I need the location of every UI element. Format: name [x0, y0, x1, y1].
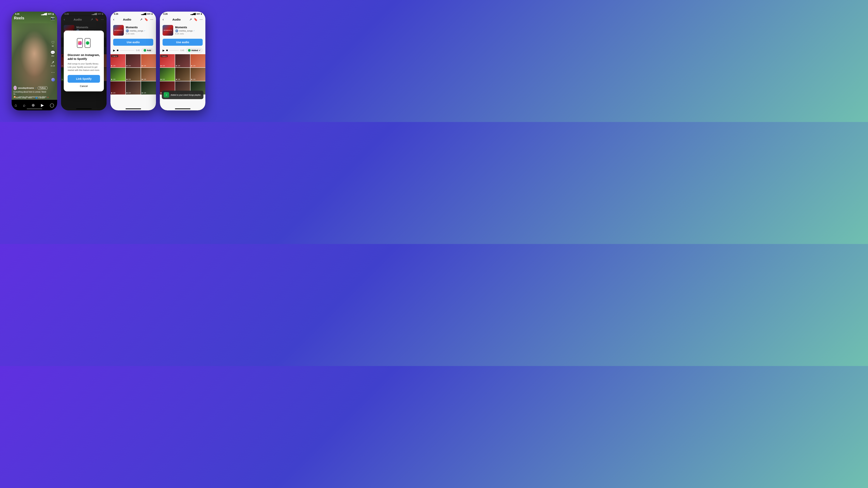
people-icon: 👥	[35, 97, 37, 99]
link-spotify-button[interactable]: Link Spotify	[68, 75, 100, 83]
thumb-count-2: ▶ 12K	[176, 65, 180, 67]
modal-illustration: ···→ ♫	[76, 35, 91, 51]
home-indicator	[175, 108, 190, 109]
audio-header: ‹ Audio ↗ 🔖 ⋯	[160, 16, 206, 23]
battery-icon: ▮	[201, 13, 202, 15]
battery-icon: ▮	[53, 13, 54, 15]
more-icon[interactable]: ⋯	[199, 18, 203, 21]
reels-bottom-info: vasudaydreams ✓ Follow Everything about …	[13, 86, 48, 98]
camera-icon[interactable]: 📷	[51, 16, 55, 20]
bookmark-icon[interactable]: 🔖	[194, 18, 197, 21]
sp-phone-illustration: ♫	[85, 38, 91, 48]
thumb-8[interactable]: ▶ 12K	[126, 81, 141, 95]
like-button[interactable]: ♡ 9K	[51, 40, 55, 47]
nav-add-icon[interactable]: ⊕	[32, 103, 35, 107]
back-button[interactable]: ‹	[162, 18, 164, 22]
progress-track[interactable]	[169, 50, 179, 51]
home-indicator	[126, 108, 141, 109]
thumb-4[interactable]: ▶ 12K	[160, 68, 175, 81]
signal-icon: ▂▄▆█	[141, 13, 146, 15]
thumb-5[interactable]: ▶ 12K	[175, 68, 190, 81]
nav-home-icon[interactable]: ⌂	[15, 103, 17, 107]
thumb-count-3: ▶ 12K	[191, 65, 195, 67]
playback-bar: ▶ 0:45 ♫ Add	[111, 47, 156, 54]
audio-details: Moments mishka_songs ✓ 9.1K reels	[175, 26, 203, 35]
music-disc[interactable]	[51, 78, 55, 82]
instagram-logo-sm	[78, 41, 82, 45]
thumb-3[interactable]: ▶ 12K	[141, 54, 156, 67]
spotify-logo: ♫	[144, 49, 146, 52]
audio-info: moments Moments mishka_songs ✓ 9.1K reel…	[111, 23, 156, 38]
toast-text: Added to your Liked Songs playlist.	[171, 94, 201, 96]
thumb-2[interactable]: ▶ 12K	[126, 54, 141, 67]
add-spotify-button[interactable]: ♫ Add	[142, 48, 153, 53]
wifi-icon: WiFi	[147, 13, 151, 15]
back-button[interactable]: ‹	[113, 18, 114, 22]
cancel-button[interactable]: Cancel	[68, 85, 100, 88]
wifi-icon: WiFi	[196, 13, 200, 15]
expand-icon[interactable]: ↗	[189, 18, 192, 21]
more-icon[interactable]: ⋯	[150, 18, 153, 21]
progress-track[interactable]	[120, 50, 134, 51]
wifi-icon: WiFi	[48, 13, 52, 15]
spotify-logo: ♫	[188, 49, 191, 52]
phone-audio-added: 5:26 ▂▄▆█ WiFi ▮ ‹ Audio ↗ 🔖 ⋯ moments M…	[160, 11, 206, 110]
thumb-2[interactable]: ▶ 12K	[175, 54, 190, 67]
thumb-count-5: ▶ 12K	[176, 78, 180, 80]
thumb-7[interactable]: ▶ 12K	[111, 81, 125, 95]
phone-reels: 5:26 ▂▄▆█ WiFi ▮ Reels 📷 ♡ 9K 💬 952 ↗	[11, 11, 57, 110]
thumb-9[interactable]: ▶ 12K	[141, 81, 156, 95]
thumb-count-4: ▶ 12K	[111, 78, 116, 80]
share-button[interactable]: ↗ 15.1K	[51, 60, 55, 67]
thumb-count-8: ▶ 12K	[126, 92, 131, 94]
home-indicator	[27, 108, 42, 109]
add-label: Add	[147, 49, 151, 52]
thumb-3[interactable]: ▶ 12K	[190, 54, 206, 67]
thumb-count-6: ▶ 12K	[191, 78, 195, 80]
signal-icon: ▂▄▆█	[41, 13, 47, 15]
nav-profile-icon[interactable]: ◯	[50, 103, 54, 107]
thumbnails-grid: Original ▶ 12K ▶ 12K ▶ 12K ▶ 12K ▶ 12K ▶…	[111, 54, 156, 95]
audio-info: moments Moments mishka_songs ✓ 9.1K reel…	[160, 23, 206, 38]
bookmark-icon[interactable]: 🔖	[144, 18, 148, 21]
nav-reels-icon[interactable]: ▶	[41, 103, 44, 107]
thumb-1[interactable]: Original ▶ 12K	[160, 54, 175, 67]
thumb-1[interactable]: Original ▶ 12K	[111, 54, 125, 67]
status-icons: ▂▄▆█ WiFi ▮	[141, 13, 153, 15]
play-button[interactable]: ▶	[162, 49, 165, 52]
thumb-5[interactable]: ▶ 12K	[126, 68, 141, 81]
verified-icon: ✓	[35, 87, 37, 89]
thumb-6[interactable]: ▶ 12K	[190, 68, 206, 81]
added-label: Added	[191, 49, 198, 52]
use-audio-button[interactable]: Use audio	[113, 39, 153, 46]
progress-dot	[117, 50, 118, 51]
more-button[interactable]: ⋯	[51, 70, 55, 74]
nav-search-icon[interactable]: ⌕	[23, 103, 25, 107]
status-time: 5:26	[114, 13, 118, 15]
artist-row: mishka_songs ✓	[175, 29, 203, 32]
added-spotify-button[interactable]: ♫ Added ✓	[186, 48, 203, 53]
reels-count: 9.1K reels	[126, 33, 153, 35]
signal-icon: ▂▄▆█	[190, 13, 196, 15]
checkmark-icon: ✓	[199, 49, 200, 52]
thumb-6[interactable]: ▶ 12K	[141, 68, 156, 81]
expand-icon[interactable]: ↗	[140, 18, 143, 21]
status-bar-phone4: 5:26 ▂▄▆█ WiFi ▮	[160, 11, 206, 15]
thumb-count-1: ▶ 12K	[111, 65, 116, 67]
username[interactable]: vasudaydreams	[18, 87, 34, 89]
user-avatar	[13, 86, 17, 90]
original-label: Original	[111, 55, 118, 57]
play-button[interactable]: ▶	[113, 49, 115, 52]
artist-name[interactable]: mishka_songs	[179, 30, 193, 32]
song-title: Moments	[126, 26, 153, 29]
follow-button[interactable]: Follow	[38, 86, 48, 90]
use-audio-button[interactable]: Use audio	[162, 39, 203, 46]
original-label: Original	[161, 55, 167, 57]
thumb-count-6: ▶ 12K	[142, 78, 146, 80]
reels-title: Reels	[14, 16, 24, 20]
artist-name[interactable]: mishka_songs	[130, 30, 143, 32]
time-display: 0:45	[180, 50, 184, 52]
status-time: 5:26	[163, 13, 167, 15]
thumb-4[interactable]: ▶ 12K	[111, 68, 125, 81]
comment-button[interactable]: 💬 952	[51, 50, 55, 57]
